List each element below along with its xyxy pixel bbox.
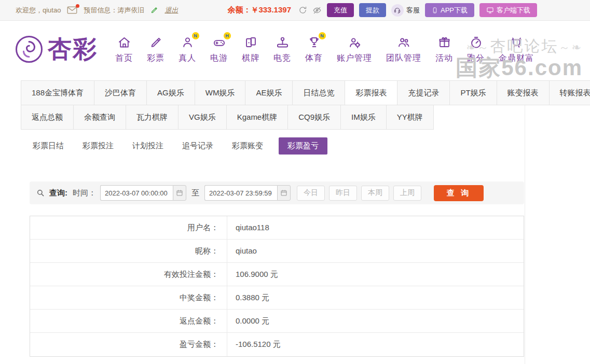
nav-item-lottery[interactable]: 彩票 <box>147 35 164 64</box>
start-date-input[interactable] <box>100 185 173 201</box>
client-download-button[interactable]: 客户端下载 <box>479 3 537 17</box>
withdraw-button[interactable]: 提款 <box>359 3 386 17</box>
joystick-icon <box>276 35 290 49</box>
nav-item-live[interactable]: N 真人 <box>179 35 196 64</box>
nav-label: 金鼎财富 <box>499 53 534 64</box>
subtab[interactable]: 追号记录 <box>179 137 216 155</box>
gamepad-icon: H <box>212 35 226 49</box>
nav-item-esports[interactable]: 电竞 <box>273 35 291 64</box>
nav-item-wealth[interactable]: 金鼎财富 <box>499 35 534 64</box>
tab[interactable]: 日结总览 <box>292 80 345 105</box>
search-bar: 查询: 时间： 至 今日 昨日 本周 上周 查 询 <box>30 181 524 204</box>
quick-range-buttons: 今日 昨日 本周 上周 <box>297 186 421 201</box>
client-download-label: 客户端下载 <box>497 6 530 15</box>
tab[interactable]: WM娱乐 <box>195 80 246 105</box>
nav-item-paofen[interactable]: 跑分 <box>467 35 485 64</box>
tab[interactable]: 充提记录 <box>397 80 450 105</box>
tab[interactable]: CQ9娱乐 <box>287 105 341 130</box>
time-label: 时间： <box>73 188 96 198</box>
customer-service-link[interactable]: 客服 <box>391 4 420 17</box>
app-download-button[interactable]: APP下载 <box>425 3 474 17</box>
start-date-group <box>100 185 186 201</box>
brand-name: 杏彩 <box>48 33 98 65</box>
tab[interactable]: PT娱乐 <box>449 80 497 105</box>
tab[interactable]: 余额查询 <box>73 105 126 130</box>
unread-dot <box>76 4 79 8</box>
subtab[interactable]: 彩票盈亏 <box>279 137 327 155</box>
tab[interactable]: Kgame棋牌 <box>226 105 289 130</box>
phone-icon <box>432 7 438 14</box>
team-icon <box>397 35 411 49</box>
search-submit-button[interactable]: 查 询 <box>434 185 484 201</box>
nav-item-home[interactable]: 首页 <box>115 35 133 64</box>
tab[interactable]: YY棋牌 <box>386 105 434 130</box>
tab[interactable]: IM娱乐 <box>340 105 387 130</box>
subtab[interactable]: 彩票投注 <box>79 137 117 155</box>
balance-label: 余额： <box>227 5 251 14</box>
calendar-icon[interactable] <box>173 185 186 201</box>
nav-label: 电游 <box>210 53 228 64</box>
home-icon <box>117 35 131 49</box>
nav-label: 团队管理 <box>386 53 421 64</box>
quick-range-button[interactable]: 今日 <box>297 186 325 201</box>
balance: 余额：￥333.1397 <box>227 5 291 15</box>
nav-label: 账户管理 <box>337 53 372 64</box>
tab[interactable]: 瓦力棋牌 <box>126 105 179 130</box>
quick-range-button[interactable]: 上周 <box>393 186 421 201</box>
quick-range-button[interactable]: 昨日 <box>329 186 357 201</box>
tab[interactable]: 彩票报表 <box>345 80 397 105</box>
nav-item-team-mgmt[interactable]: 团队管理 <box>386 35 421 64</box>
tab[interactable]: 沙巴体育 <box>94 80 147 105</box>
balance-value: ￥333.1397 <box>251 5 291 14</box>
topbar: 欢迎您，qiutao 预留信息：涛声依旧 退出 余额：￥333.1397 充值 … <box>0 0 590 21</box>
row-value: -106.5120 元 <box>227 333 281 356</box>
tab[interactable]: VG娱乐 <box>178 105 227 130</box>
tab[interactable]: 188金宝博体育 <box>21 80 94 105</box>
nav-item-games[interactable]: H 电游 <box>210 35 228 64</box>
content: 188金宝博体育 沙巴体育 AG娱乐 WM娱乐 AE娱乐 日结总览 彩票报表 充… <box>21 80 525 364</box>
calendar-icon[interactable] <box>277 185 291 201</box>
nav-label: 电竞 <box>273 53 291 64</box>
new-badge: N <box>192 32 199 39</box>
row-label: 用户名： <box>30 216 227 239</box>
ticket-icon <box>149 35 163 49</box>
refresh-icon[interactable] <box>298 6 307 15</box>
account-icon <box>348 35 362 49</box>
tab[interactable]: 账变报表 <box>497 80 550 105</box>
quick-range-button[interactable]: 本周 <box>361 186 389 201</box>
edit-icon[interactable] <box>150 6 158 14</box>
end-date-input[interactable] <box>204 185 277 201</box>
subtab[interactable]: 彩票账变 <box>229 137 266 155</box>
new-badge: N <box>319 32 326 39</box>
brand-logo[interactable]: 杏彩 <box>15 33 98 65</box>
tab[interactable]: AE娱乐 <box>245 80 293 105</box>
subtab[interactable]: 彩票日结 <box>30 137 67 155</box>
nav-item-activity[interactable]: 活动 <box>435 35 453 64</box>
profit-report-table: 用户名： qiutao118 昵称： qiutao 有效投注金额： 106.90… <box>30 216 524 357</box>
nav-label: 活动 <box>435 53 453 64</box>
query-label: 查询: <box>49 188 67 198</box>
monitor-icon <box>486 7 494 14</box>
logout-link[interactable]: 退出 <box>164 6 178 15</box>
tab-row-2: 返点总额 余额查询 瓦力棋牌 VG娱乐 Kgame棋牌 CQ9娱乐 IM娱乐 Y… <box>21 105 525 130</box>
row-value: qiutao118 <box>227 216 269 239</box>
tab[interactable]: AG娱乐 <box>146 80 195 105</box>
eye-off-icon[interactable] <box>312 6 322 15</box>
row-value: 106.9000 元 <box>227 263 278 286</box>
nav-item-sports[interactable]: N 体育 <box>305 35 323 64</box>
table-row: 用户名： qiutao118 <box>30 216 524 240</box>
table-row: 昵称： qiutao <box>30 240 524 263</box>
nav-label: 首页 <box>115 53 133 64</box>
tab[interactable]: 转账报表 <box>549 80 590 105</box>
table-row: 中奖金额： 0.3880 元 <box>30 286 524 310</box>
table-row: 盈亏金额： -106.5120 元 <box>30 333 524 356</box>
nav-item-board-games[interactable]: 棋牌 <box>242 35 259 64</box>
logo-mark-icon <box>15 35 44 64</box>
envelope-icon[interactable] <box>67 6 77 14</box>
recharge-button[interactable]: 充值 <box>327 3 354 17</box>
subtab[interactable]: 计划投注 <box>129 137 167 155</box>
nav-item-account-mgmt[interactable]: 账户管理 <box>337 35 372 64</box>
person-icon: N <box>181 35 195 49</box>
tab[interactable]: 返点总额 <box>21 105 74 130</box>
topbar-right: 余额：￥333.1397 充值 提款 客服 APP下载 客户端下载 <box>227 3 537 17</box>
